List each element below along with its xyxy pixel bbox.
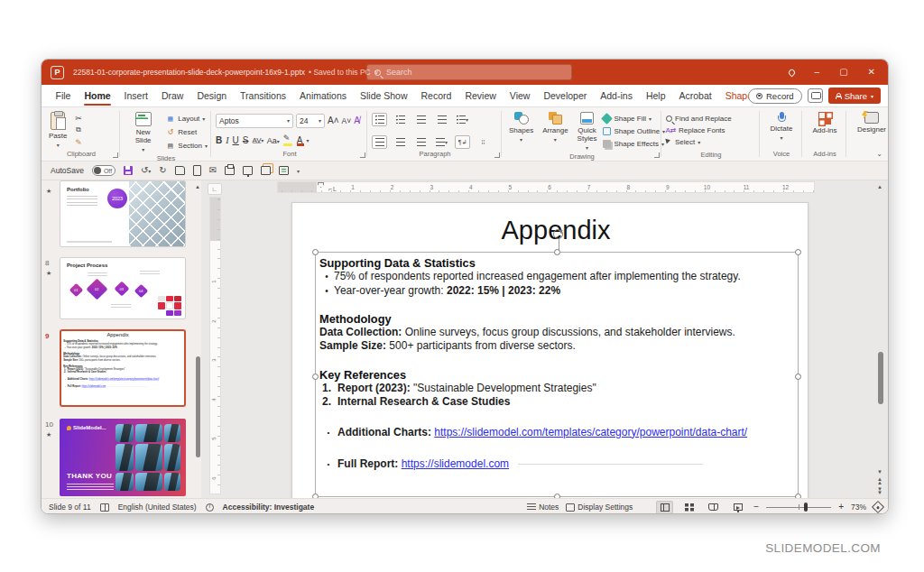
collapse-ribbon-button[interactable]: ⌄ [876,150,882,158]
replace-fonts-button[interactable]: A⇄Replace Fonts [666,125,756,136]
increase-font-size-button[interactable]: A˄ [328,115,339,125]
shape-fill-button[interactable]: Shape Fill▾ [603,113,665,125]
increase-indent-button[interactable] [434,113,449,126]
tab-file[interactable]: File [49,85,78,106]
resize-handle-bottom-right[interactable] [795,494,801,498]
find-replace-button[interactable]: Find and Replace [666,113,756,125]
zoom-in-button[interactable]: + [838,503,844,511]
resize-handle-bottom-left[interactable] [312,494,319,498]
justify-button[interactable]: ▾ [434,135,449,149]
layout-button[interactable]: ▦Layout▾ [165,113,208,125]
duplicate-slide-button[interactable] [261,166,271,175]
minimize-button[interactable]: – [815,68,820,77]
clipboard-dialog-launcher[interactable] [113,152,118,158]
resize-handle-bottom-center[interactable] [554,494,560,498]
autosave-toggle[interactable]: Off [92,165,116,176]
align-right-button[interactable] [413,135,429,149]
ruler-origin-box[interactable]: ∟ [208,183,222,195]
scroll-down-icon[interactable]: ▼ [877,470,882,475]
character-spacing-button[interactable]: A̲V̲▾ [252,136,263,144]
select-button[interactable]: Select▾ [666,136,756,148]
tab-add-ins[interactable]: Add-ins [594,85,640,106]
comments-button[interactable] [808,88,823,103]
maximize-button[interactable]: ▢ [839,68,847,77]
resize-handle-middle-right[interactable] [795,374,801,380]
new-slide-button[interactable]: New Slide ▾ [125,111,162,153]
qat-overflow-button[interactable]: ▾ [297,168,300,174]
share-button[interactable]: Share ▾ [828,88,881,104]
copy-button[interactable]: ⧉ [73,125,83,135]
slide-10-thumbnail[interactable]: SlideModel... THANK YOU [60,419,186,496]
tab-view[interactable]: View [503,85,537,106]
tab-slide-show[interactable]: Slide Show [354,85,415,106]
tab-animations[interactable]: Animations [293,85,354,106]
zoom-slider[interactable] [766,507,831,508]
align-left-button[interactable] [372,135,387,149]
record-button[interactable]: Record [748,88,802,104]
reset-button[interactable]: ↺Reset [165,126,208,138]
font-size-select[interactable]: 24▾ [296,114,325,128]
display-settings-button[interactable]: Display Settings [566,503,633,512]
font-dialog-launcher[interactable] [360,152,365,158]
zoom-out-button[interactable]: − [753,503,759,511]
tab-help[interactable]: Help [639,85,672,106]
resize-handle-middle-left[interactable] [312,374,319,380]
strikethrough-button[interactable]: S [243,135,249,145]
notes-button[interactable]: Notes [527,503,559,512]
next-slide-button[interactable]: ▼▼ [877,487,882,494]
designer-button[interactable]: Designer [855,111,888,149]
decrease-indent-button[interactable] [413,113,429,126]
open-button[interactable] [175,166,185,175]
arrange-button[interactable]: Arrange ▾ [540,111,570,152]
presence-icon[interactable] [787,68,796,77]
close-button[interactable]: ✕ [868,68,875,77]
thumbnail-scrollbar[interactable] [196,180,200,498]
line-spacing-button[interactable]: ▾ [455,113,470,126]
scrollbar-thumb[interactable] [878,352,883,404]
fit-slide-to-window-button[interactable] [872,501,884,513]
resize-handle-top-left[interactable] [312,249,319,255]
columns-button[interactable]: ⁞⁞ [476,135,491,149]
tab-selector-icon[interactable]: ⌐L [328,186,337,192]
font-color-button[interactable]: A [297,135,303,145]
underline-button[interactable]: U [233,135,239,145]
shape-effects-button[interactable]: Shape Effects▾ [603,138,665,150]
spellcheck-icon[interactable] [100,503,109,512]
start-slideshow-button[interactable] [243,166,253,175]
touch-mode-button[interactable] [279,166,289,175]
format-painter-button[interactable]: ✎ [73,137,83,147]
tab-developer[interactable]: Developer [537,85,594,106]
previous-slide-button[interactable]: ▲▲ [877,477,882,484]
quick-print-button[interactable] [225,166,235,175]
highlight-color-button[interactable] [283,135,293,145]
selected-text-box[interactable]: Supporting Data & Statistics•75% of resp… [315,252,799,497]
font-name-select[interactable]: Aptos▾ [216,114,293,128]
italic-button[interactable]: I [226,135,228,145]
slide-editing-surface[interactable]: Appendix Supporting Data & Statistics•75… [291,202,808,498]
align-center-button[interactable] [393,135,408,149]
slide-9-thumbnail-selected[interactable]: Appendix Supporting Data & Statistics•75… [60,329,186,407]
cut-button[interactable]: ✂ [73,113,83,123]
redo-button[interactable]: ↻ [159,166,166,175]
drawing-dialog-launcher[interactable] [654,152,660,158]
accessibility-status[interactable]: Accessibility: Investigate [223,503,315,512]
canvas-scrollbar[interactable]: ▲ ▼ ▲▲ ▼▼ [875,180,886,498]
tab-record[interactable]: Record [414,85,458,106]
new-document-button[interactable] [193,165,201,176]
tab-design[interactable]: Design [190,85,234,106]
tab-acrobat[interactable]: Acrobat [672,85,718,106]
dictate-button[interactable]: Dictate ▾ [768,111,796,149]
zoom-level[interactable]: 73% [851,503,866,512]
slide-8-thumbnail[interactable]: Project Process 01 02 03 04 [60,257,186,319]
reading-view-button[interactable] [705,501,722,514]
clear-formatting-button[interactable]: A̸ [354,115,360,125]
text-direction-button[interactable]: ¶↲ [455,135,470,149]
resize-handle-top-right[interactable] [795,249,801,255]
language-indicator[interactable]: English (United States) [118,503,197,512]
shape-outline-button[interactable]: Shape Outline▾ [603,125,665,137]
section-button[interactable]: ▤Section▾ [165,140,208,152]
paragraph-dialog-launcher[interactable] [494,152,500,158]
quick-styles-button[interactable]: Quick Styles ▾ [575,111,600,152]
addins-button[interactable]: Add-ins [809,111,839,149]
shapes-button[interactable]: Shapes ▾ [506,111,536,152]
